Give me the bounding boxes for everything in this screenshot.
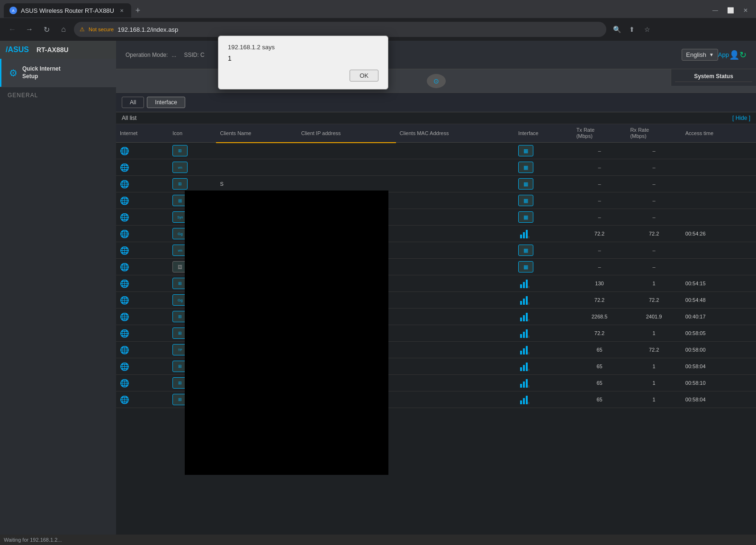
dialog-box: 192.168.1.2 says 1 OK	[218, 41, 388, 90]
dialog-title: 192.168.1.2 says	[228, 44, 378, 51]
dialog-message: 1	[228, 54, 378, 62]
main-content: /ASUS RT-AX88U ⚙ Quick InternetSetup Gen…	[0, 41, 756, 545]
dialog-overlay: 192.168.1.2 says 1 OK	[0, 41, 756, 545]
dialog-ok-button[interactable]: OK	[350, 70, 378, 82]
dialog-buttons: OK	[228, 70, 378, 82]
